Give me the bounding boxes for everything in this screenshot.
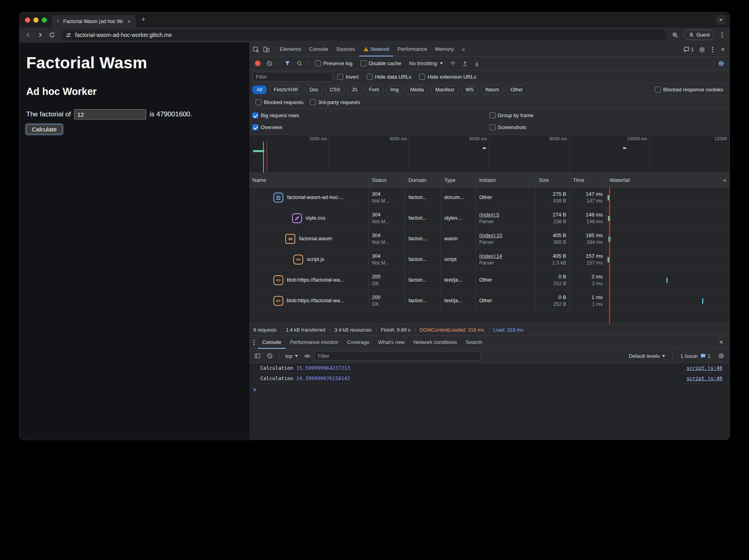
issues-button[interactable]: 1 [681,46,696,52]
resource-filter-chip[interactable]: Other [506,85,527,94]
profile-badge[interactable]: Guest [684,30,714,40]
column-header-size[interactable]: Size [535,173,569,187]
console-message-source-link[interactable]: script.js:40 [687,375,722,381]
network-request-row[interactable]: style.css 304 Not M... factori... styles… [249,208,730,229]
macos-minimize-button[interactable] [33,17,39,23]
clear-network-log-icon[interactable] [264,58,275,69]
invert-checkbox[interactable]: Invert [334,74,362,80]
devtools-tab[interactable]: Sources [332,42,359,56]
resource-filter-chip[interactable]: JS [347,85,362,94]
hide-data-urls-checkbox[interactable]: Hide data URLs [364,74,415,80]
devtools-tab[interactable]: Network [359,42,394,56]
tab-close-icon[interactable]: × [126,18,132,25]
devtools-tab[interactable]: Console [305,42,332,56]
resource-filter-chip[interactable]: WS [461,85,478,94]
devtools-tab[interactable]: Performance [393,42,431,56]
big-request-rows-checkbox[interactable]: Big request rows [252,109,490,121]
console-message[interactable]: Calculation 14.399999976158142 script.js… [249,373,730,384]
console-filter-input[interactable] [314,351,481,361]
overview-checkbox[interactable]: Overview [252,121,490,133]
live-expression-eye-icon[interactable] [302,351,312,361]
column-header-initiator[interactable]: Initiator [476,173,535,187]
browser-menu-icon[interactable] [718,30,726,40]
network-request-row[interactable]: factorial-wasm-ad-hoc-... 304 Not M... f… [249,187,730,208]
filter-icon[interactable] [282,58,292,69]
console-prompt[interactable]: > [249,384,730,396]
request-initiator[interactable]: Other [479,297,532,304]
resource-filter-chip[interactable]: Wasm [481,85,503,94]
devtools-settings-icon[interactable] [697,44,707,55]
console-issues-button[interactable]: 1 Issue: 1 [678,353,713,359]
screenshots-checkbox[interactable]: Screenshots [490,121,727,133]
drawer-tab[interactable]: Performance monitor [286,336,343,349]
record-network-log-icon[interactable] [252,58,263,69]
site-settings-icon[interactable] [66,32,72,38]
resource-filter-chip[interactable]: Img [386,85,403,94]
resource-filter-chip[interactable]: Font [365,85,383,94]
console-message[interactable]: Calculation 15.599999964237213 script.js… [249,363,730,373]
log-levels-dropdown[interactable]: Default levels [627,353,667,359]
network-request-row[interactable]: blob:https://factorial-wa... 200 OK fact… [249,291,730,311]
console-message-source-link[interactable]: script.js:40 [687,365,722,371]
drawer-tab[interactable]: Coverage [343,336,374,349]
inspect-element-icon[interactable] [251,44,261,55]
network-request-row[interactable]: blob:https://factorial-wa... 200 OK fact… [249,270,730,291]
macos-maximize-button[interactable] [42,17,47,23]
console-sidebar-icon[interactable] [252,351,263,361]
url-bar[interactable]: factorial-wasm-ad-hoc-worker.glitch.me [61,29,666,41]
drawer-tab[interactable]: Search [461,336,486,349]
network-conditions-icon[interactable] [448,58,458,69]
console-settings-icon[interactable] [716,351,726,361]
column-header-status[interactable]: Status [368,173,405,187]
devtools-menu-icon[interactable] [708,44,717,55]
new-tab-button[interactable]: + [138,14,149,24]
resource-filter-chip[interactable]: CSS [325,85,345,94]
blocked-requests-checkbox[interactable]: Blocked requests [252,99,307,105]
more-panels-icon[interactable]: » [458,42,469,56]
reload-button[interactable] [46,29,58,41]
disable-cache-checkbox[interactable]: Disable cache [357,60,404,66]
column-header-type[interactable]: Type [441,173,476,187]
column-header-time[interactable]: Time [569,173,606,187]
device-toolbar-icon[interactable] [261,44,271,55]
network-settings-icon[interactable] [716,58,726,69]
resource-filter-chip[interactable]: Doc [305,85,323,94]
import-har-icon[interactable] [460,58,470,69]
network-overview-timeline[interactable]: 2000 ms 4000 ms 6000 ms 8000 ms [249,135,730,173]
network-request-row[interactable]: factorial.wasm 304 Not M... factori... w… [249,229,730,249]
drawer-tab[interactable]: What's new [374,336,409,349]
browser-tab[interactable]: ! Factorial Wasm (ad hoc Work × [52,15,136,27]
resource-filter-chip[interactable]: All [252,85,267,94]
drawer-close-ic[interactable]: × [716,337,726,348]
request-initiator[interactable]: (index):10 [479,232,532,239]
calculate-button[interactable]: Calculate [26,124,62,134]
console-context-dropdown[interactable]: top [283,353,300,359]
drawer-tab[interactable]: Network conditions [409,336,461,349]
network-filter-input[interactable] [252,72,333,81]
export-har-icon[interactable] [472,58,482,69]
column-header-name[interactable]: Name [249,173,368,187]
request-initiator[interactable]: (index):14 [479,253,532,260]
column-header-waterfall[interactable]: Waterfall [606,173,730,187]
column-header-domain[interactable]: Domain [405,173,441,187]
third-party-requests-checkbox[interactable]: 3rd-party requests [307,99,364,105]
factorial-input[interactable] [74,109,146,120]
blocked-response-cookies-checkbox[interactable]: Blocked response cookies [652,87,726,93]
resource-filter-chip[interactable]: Manifest [431,85,458,94]
request-initiator[interactable]: Other [479,194,532,201]
resource-filter-chip[interactable]: Media [406,85,428,94]
clear-console-icon[interactable] [265,351,275,361]
hide-extension-urls-checkbox[interactable]: Hide extension URLs [416,74,479,80]
devtools-tab[interactable]: Memory [431,42,458,56]
devtools-tab[interactable]: Elements [276,42,305,56]
search-icon[interactable] [294,58,304,69]
devtools-close-icon[interactable]: × [718,44,728,55]
macos-close-button[interactable] [25,17,30,23]
drawer-tab[interactable]: Console [258,336,286,349]
zoom-icon[interactable] [670,29,681,41]
throttling-dropdown[interactable]: No throttling [406,60,446,66]
tab-search-chevron-icon[interactable] [716,15,726,25]
request-initiator[interactable]: Other [479,276,532,284]
drawer-menu-icon[interactable] [250,337,258,348]
resource-filter-chip[interactable]: Fetch/XHR [269,85,302,94]
